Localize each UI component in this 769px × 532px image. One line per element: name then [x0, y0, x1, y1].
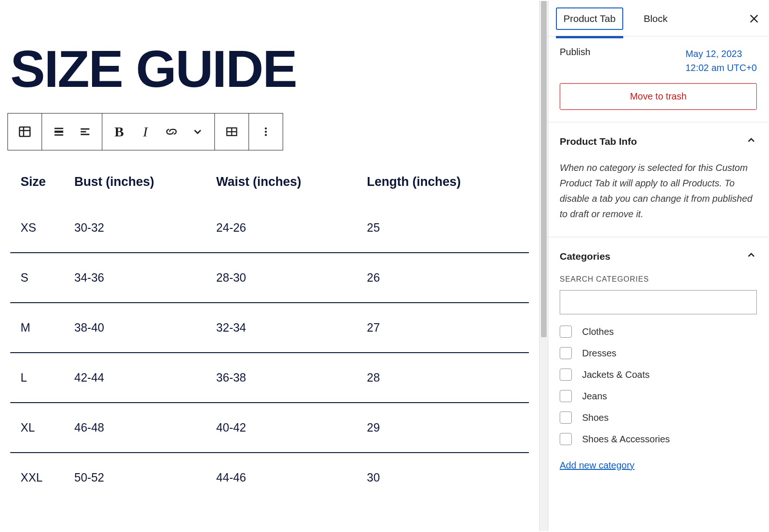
table-row[interactable]: L42-4436-3828 — [10, 353, 529, 403]
table-cell[interactable]: 50-52 — [71, 453, 213, 502]
category-item[interactable]: Jackets & Coats — [560, 364, 752, 385]
category-label: Shoes & Accessories — [582, 434, 670, 445]
table-cell[interactable]: 29 — [363, 403, 529, 453]
col-waist[interactable]: Waist (inches) — [213, 163, 363, 203]
tab-product-tab[interactable]: Product Tab — [556, 7, 623, 30]
category-checkbox[interactable] — [560, 347, 572, 359]
table-cell[interactable]: XXL — [10, 453, 71, 502]
editor-canvas: SIZE GUIDE — [1, 1, 539, 531]
table-cell[interactable]: 44-46 — [213, 453, 363, 502]
tab-block[interactable]: Block — [637, 8, 674, 29]
svg-point-13 — [265, 131, 267, 133]
category-checkbox[interactable] — [560, 433, 572, 445]
category-label: Jeans — [582, 391, 607, 402]
table-cell[interactable]: 42-44 — [71, 353, 213, 403]
panel-toggle-info[interactable]: Product Tab Info — [560, 122, 757, 160]
col-length[interactable]: Length (inches) — [363, 163, 529, 203]
text-align-icon[interactable] — [72, 119, 98, 145]
categories-panel: Categories SEARCH CATEGORIES ClothesDres… — [548, 237, 768, 476]
editor-scrollbar[interactable] — [539, 1, 548, 531]
table-block-icon[interactable] — [12, 119, 38, 145]
category-item[interactable]: Shoes — [560, 407, 752, 428]
category-list[interactable]: ClothesDressesJackets & CoatsJeansShoesS… — [560, 321, 757, 450]
table-cell[interactable]: 25 — [363, 203, 529, 253]
panel-toggle-categories[interactable]: Categories — [560, 237, 757, 275]
post-title[interactable]: SIZE GUIDE — [10, 43, 530, 95]
category-item[interactable]: Shoes & Accessories — [560, 428, 752, 450]
italic-button[interactable]: I — [132, 119, 158, 145]
bold-button[interactable]: B — [106, 119, 132, 145]
publish-label: Publish — [560, 47, 591, 57]
table-cell[interactable]: S — [10, 253, 71, 303]
table-cell[interactable]: 36-38 — [213, 353, 363, 403]
category-item[interactable]: Clothes — [560, 321, 752, 342]
table-cell[interactable]: XS — [10, 203, 71, 253]
publish-time: 12:02 am UTC+0 — [685, 63, 757, 73]
table-cell[interactable]: XL — [10, 403, 71, 453]
info-description: When no category is selected for this Cu… — [560, 160, 757, 237]
category-label: Dresses — [582, 348, 616, 359]
table-cell[interactable]: 24-26 — [213, 203, 363, 253]
table-cell[interactable]: 40-42 — [213, 403, 363, 453]
table-cell[interactable]: L — [10, 353, 71, 403]
chevron-up-icon — [746, 135, 757, 148]
table-row[interactable]: XL46-4840-4229 — [10, 403, 529, 453]
table-header-row: Size Bust (inches) Waist (inches) Length… — [10, 163, 529, 203]
col-bust[interactable]: Bust (inches) — [71, 163, 213, 203]
table-row[interactable]: XS30-3224-2625 — [10, 203, 529, 253]
table-row[interactable]: S34-3628-3026 — [10, 253, 529, 303]
panel-title-info: Product Tab Info — [560, 136, 637, 147]
category-label: Clothes — [582, 326, 614, 337]
table-cell[interactable]: 27 — [363, 303, 529, 353]
category-checkbox[interactable] — [560, 369, 572, 381]
move-to-trash-button[interactable]: Move to trash — [560, 83, 757, 110]
table-cell[interactable]: M — [10, 303, 71, 353]
sidebar-tabs: Product Tab Block — [548, 1, 768, 36]
category-checkbox[interactable] — [560, 326, 572, 338]
svg-point-12 — [265, 128, 267, 129]
block-toolbar: B I — [7, 113, 283, 150]
category-checkbox[interactable] — [560, 390, 572, 402]
publish-section: Publish May 12, 2023 12:02 am UTC+0 Move… — [548, 36, 768, 122]
category-item[interactable]: Dresses — [560, 342, 752, 364]
options-icon[interactable] — [253, 119, 279, 145]
col-size[interactable]: Size — [10, 163, 71, 203]
settings-sidebar: Product Tab Block Publish May 12, 2023 1… — [548, 1, 768, 531]
scrollbar-thumb[interactable] — [541, 1, 547, 337]
publish-date: May 12, 2023 — [685, 49, 742, 59]
size-guide-table[interactable]: Size Bust (inches) Waist (inches) Length… — [10, 163, 529, 502]
product-tab-info-panel: Product Tab Info When no category is sel… — [548, 122, 768, 237]
svg-rect-0 — [20, 127, 30, 136]
close-sidebar-icon[interactable] — [744, 8, 764, 29]
edit-table-icon[interactable] — [219, 119, 245, 145]
more-rich-text-icon[interactable] — [185, 119, 211, 145]
svg-rect-4 — [55, 131, 64, 133]
table-cell[interactable]: 26 — [363, 253, 529, 303]
table-cell[interactable]: 30-32 — [71, 203, 213, 253]
search-categories-input[interactable] — [560, 290, 757, 314]
category-label: Jackets & Coats — [582, 369, 650, 380]
category-checkbox[interactable] — [560, 411, 572, 424]
table-cell[interactable]: 30 — [363, 453, 529, 502]
table-row[interactable]: M38-4032-3427 — [10, 303, 529, 353]
table-cell[interactable]: 46-48 — [71, 403, 213, 453]
add-new-category-link[interactable]: Add new category — [560, 460, 634, 471]
svg-point-14 — [265, 134, 267, 136]
publish-date-button[interactable]: May 12, 2023 12:02 am UTC+0 — [685, 47, 757, 75]
table-cell[interactable]: 34-36 — [71, 253, 213, 303]
table-row[interactable]: XXL50-5244-4630 — [10, 453, 529, 502]
category-label: Shoes — [582, 412, 609, 423]
table-cell[interactable]: 32-34 — [213, 303, 363, 353]
align-icon[interactable] — [46, 119, 72, 145]
chevron-up-icon — [746, 249, 757, 263]
search-categories-label: SEARCH CATEGORIES — [560, 275, 757, 284]
table-cell[interactable]: 38-40 — [71, 303, 213, 353]
table-cell[interactable]: 28-30 — [213, 253, 363, 303]
panel-title-categories: Categories — [560, 251, 611, 262]
link-button[interactable] — [158, 119, 185, 145]
category-item[interactable]: Jeans — [560, 385, 752, 407]
table-cell[interactable]: 28 — [363, 353, 529, 403]
